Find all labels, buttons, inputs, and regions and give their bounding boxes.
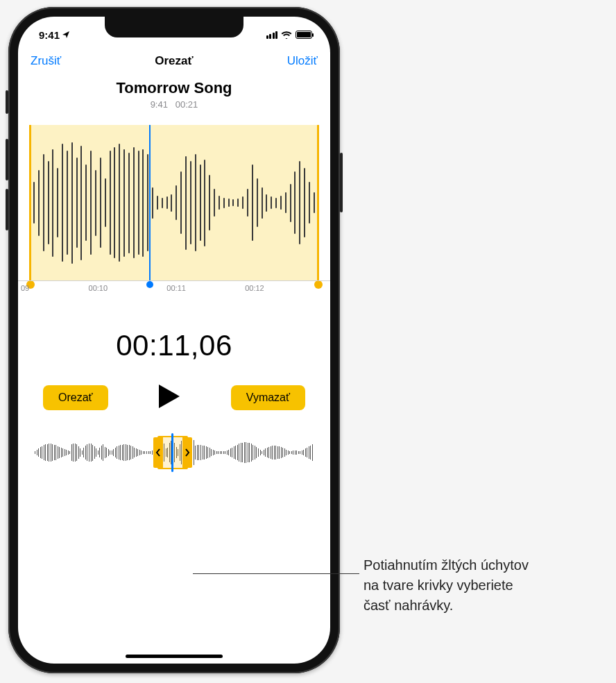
play-icon (157, 383, 181, 410)
notch (105, 17, 243, 37)
tick-11: 00:11 (166, 284, 186, 292)
battery-icon (296, 31, 312, 39)
callout-line (193, 573, 359, 574)
waveform-main[interactable]: 09 00:10 00:11 00:12 (18, 125, 330, 305)
trim-button[interactable]: Orezať (43, 385, 108, 410)
wifi-icon (281, 29, 292, 41)
volume-down (6, 189, 8, 230)
tick-12: 00:12 (245, 284, 264, 292)
mute-switch (6, 90, 8, 114)
nav-bar: Zrušiť Orezať Uložiť (18, 44, 330, 72)
chevron-left-icon (155, 448, 161, 457)
tick-09: 09 (21, 284, 29, 292)
playback-position: 00:11,06 (18, 329, 330, 362)
cell-signal-icon (266, 31, 278, 39)
nav-title: Orezať (155, 54, 193, 68)
home-indicator[interactable] (126, 655, 223, 658)
cancel-button[interactable]: Zrušiť (31, 54, 61, 68)
play-button[interactable] (157, 383, 181, 412)
tick-10: 00:10 (89, 284, 108, 292)
chevron-right-icon (185, 448, 190, 457)
save-button[interactable]: Uložiť (287, 54, 318, 68)
volume-up (6, 139, 8, 180)
screen: 9:41 Zrušiť Orezať Uložiť Tomorrow Song … (18, 17, 330, 664)
callout-text: Potiahnutím žltých úchytov na tvare kriv… (363, 555, 606, 616)
waveform-overview[interactable] (35, 436, 314, 469)
trim-handle-start[interactable] (29, 125, 31, 285)
delete-button[interactable]: Vymazať (231, 385, 305, 410)
callout-l3: časť nahrávky. (363, 598, 453, 613)
recording-meta: 9:41 00:21 (18, 99, 330, 110)
overview-handle-start[interactable] (153, 437, 163, 468)
callout-l1: Potiahnutím žltých úchytov (363, 557, 529, 573)
overview-handle-end[interactable] (182, 437, 192, 468)
playhead[interactable] (149, 125, 151, 285)
waveform-bars (29, 125, 319, 280)
recording-title: Tomorrow Song (18, 79, 330, 97)
recording-duration: 00:21 (176, 99, 198, 110)
location-icon (62, 29, 70, 41)
recording-time: 9:41 (151, 99, 168, 110)
callout-l2: na tvare krivky vyberiete (363, 577, 513, 593)
controls-row: Orezať Vymazať (18, 383, 330, 412)
status-time: 9:41 (39, 29, 60, 41)
trim-handle-end[interactable] (317, 125, 319, 285)
power-button (340, 153, 343, 212)
timeline-ruler: 09 00:10 00:11 00:12 (18, 280, 330, 305)
overview-playhead[interactable] (171, 433, 173, 472)
